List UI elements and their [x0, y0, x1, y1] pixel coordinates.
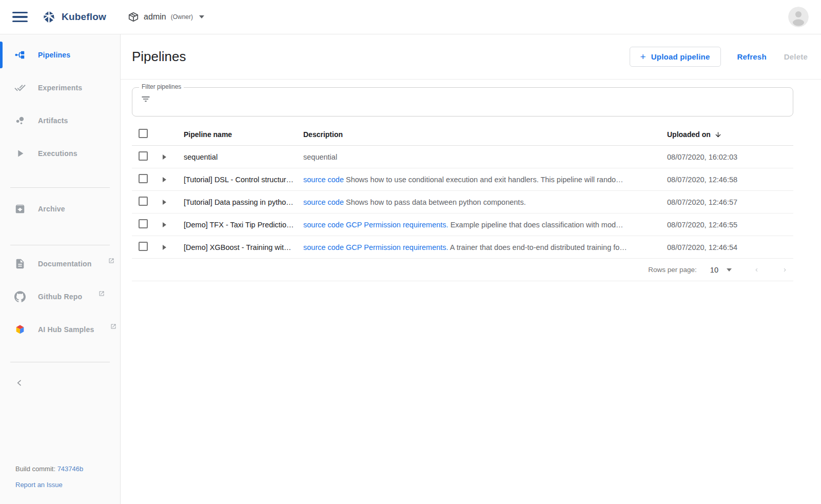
pipelines-icon — [14, 49, 26, 61]
table-row[interactable]: [Tutorial] Data passing in pytho… source… — [132, 191, 793, 214]
divider — [10, 362, 110, 362]
next-page-button[interactable] — [781, 265, 788, 275]
expand-row-icon[interactable] — [163, 200, 166, 205]
table-header: Pipeline name Description Uploaded on — [132, 123, 793, 146]
pipelines-table: Pipeline name Description Uploaded on — [132, 123, 793, 281]
report-issue-link[interactable]: Report an Issue — [15, 481, 63, 489]
pipeline-name-link[interactable]: [Demo] TFX - Taxi Tip Predictio… — [177, 221, 303, 229]
description-link[interactable]: source code — [303, 198, 344, 206]
chevron-down-icon — [727, 268, 732, 272]
upload-pipeline-label: Upload pipeline — [651, 52, 710, 61]
content-area: Filter pipelines Pipeline name Descripti… — [121, 80, 821, 281]
description-text: Example pipeline that does classificatio… — [448, 221, 623, 229]
sidebar-footer: Build commit: 743746b Report an Issue — [0, 465, 120, 504]
main-content: Pipelines + Upload pipeline Refresh Dele… — [121, 34, 821, 504]
uploaded-on-value: 08/07/2020, 12:46:58 — [667, 176, 793, 184]
expand-row-icon[interactable] — [163, 245, 166, 250]
sidebar-item-label: Experiments — [38, 84, 82, 92]
uploaded-on-label: Uploaded on — [667, 130, 711, 139]
description-text: Shows how to pass data between python co… — [344, 198, 526, 206]
row-checkbox[interactable] — [139, 242, 148, 251]
uploaded-on-value: 08/07/2020, 16:02:03 — [667, 153, 793, 161]
brand-name: Kubeflow — [62, 11, 106, 23]
archive-icon — [14, 203, 26, 215]
sidebar-item-label: AI Hub Samples — [38, 325, 94, 334]
table-row[interactable]: [Demo] TFX - Taxi Tip Predictio… source … — [132, 214, 793, 236]
row-checkbox[interactable] — [139, 151, 148, 161]
pipeline-description: source code GCP Permission requirements.… — [303, 221, 667, 229]
page-toolbar: Pipelines + Upload pipeline Refresh Dele… — [121, 34, 821, 80]
column-header-pipeline-name[interactable]: Pipeline name — [177, 130, 303, 139]
previous-page-button[interactable] — [753, 265, 760, 275]
description-link[interactable]: source code — [303, 243, 344, 251]
github-icon — [14, 291, 26, 302]
uploaded-on-value: 08/07/2020, 12:46:54 — [667, 243, 793, 251]
column-header-description[interactable]: Description — [303, 130, 667, 139]
avatar[interactable] — [788, 7, 809, 27]
rows-per-page-value: 10 — [710, 266, 718, 274]
row-checkbox[interactable] — [139, 197, 148, 206]
pipeline-name-link[interactable]: sequential — [177, 153, 303, 161]
description-link[interactable]: source code — [303, 176, 344, 184]
sidebar-item-executions[interactable]: Executions — [0, 141, 120, 166]
chevron-left-icon — [15, 379, 24, 387]
sidebar-item-pipelines[interactable]: Pipelines — [0, 43, 120, 67]
description-link[interactable]: source code — [303, 221, 344, 229]
sidebar-item-github-repo[interactable]: Github Repo — [0, 284, 120, 309]
sidebar-item-documentation[interactable]: Documentation — [0, 251, 120, 276]
filter-input[interactable]: Filter pipelines — [132, 87, 793, 117]
build-commit-link[interactable]: 743746b — [57, 465, 84, 473]
kubeflow-brand[interactable]: Kubeflow — [42, 10, 106, 24]
pipeline-description: sequential — [303, 153, 667, 161]
table-row[interactable]: sequential sequential 08/07/2020, 16:02:… — [132, 146, 793, 168]
pipeline-name-link[interactable]: [Tutorial] Data passing in pytho… — [177, 198, 303, 206]
description-text: sequential — [303, 153, 337, 161]
filter-label: Filter pipelines — [139, 83, 184, 90]
upload-pipeline-button[interactable]: + Upload pipeline — [630, 47, 721, 67]
description-text: A trainer that does end-to-end distribut… — [448, 243, 627, 251]
experiments-icon — [14, 82, 26, 93]
sort-descending-icon[interactable] — [714, 131, 722, 139]
external-link-icon — [110, 323, 116, 331]
sidebar-item-archive[interactable]: Archive — [0, 197, 120, 221]
kubeflow-logo-icon — [42, 10, 56, 24]
sidebar-item-ai-hub-samples[interactable]: AI Hub Samples — [0, 317, 120, 342]
row-checkbox[interactable] — [139, 174, 148, 183]
description-link[interactable]: GCP Permission requirements. — [346, 221, 448, 229]
pipeline-description: source code GCP Permission requirements.… — [303, 243, 667, 251]
table-row[interactable]: [Tutorial] DSL - Control structur… sourc… — [132, 168, 793, 191]
uploaded-on-value: 08/07/2020, 12:46:55 — [667, 221, 793, 229]
column-header-uploaded-on[interactable]: Uploaded on — [667, 130, 793, 139]
artifacts-icon — [14, 115, 26, 126]
pipeline-name-link[interactable]: [Tutorial] DSL - Control structur… — [177, 176, 303, 184]
expand-row-icon[interactable] — [163, 222, 166, 227]
top-app-bar: Kubeflow admin (Owner) — [0, 0, 821, 34]
pipeline-description: source code Shows how to pass data betwe… — [303, 198, 667, 206]
namespace-role: (Owner) — [171, 13, 193, 21]
menu-icon[interactable] — [12, 10, 28, 25]
rows-per-page-label: Rows per page: — [648, 266, 697, 274]
row-checkbox[interactable] — [139, 219, 148, 228]
description-text: Shows how to use conditional execution a… — [344, 176, 623, 184]
pipeline-name-link[interactable]: [Demo] XGBoost - Training wit… — [177, 243, 303, 251]
expand-row-icon[interactable] — [163, 177, 166, 182]
pipeline-description: source code Shows how to use conditional… — [303, 176, 667, 184]
description-link[interactable]: GCP Permission requirements. — [346, 243, 448, 251]
build-commit-label: Build commit: — [15, 465, 57, 473]
expand-row-icon[interactable] — [163, 154, 166, 160]
sidebar-item-artifacts[interactable]: Artifacts — [0, 108, 120, 133]
sidebar: Pipelines Experiments Artifacts — [0, 34, 121, 504]
collapse-sidebar-button[interactable] — [0, 371, 120, 395]
sidebar-item-experiments[interactable]: Experiments — [0, 75, 120, 100]
sidebar-item-label: Artifacts — [38, 117, 68, 125]
select-all-checkbox[interactable] — [139, 129, 148, 138]
refresh-button[interactable]: Refresh — [736, 49, 768, 64]
toolbar-actions: + Upload pipeline Refresh Delete — [630, 47, 809, 67]
namespace-selector[interactable]: admin (Owner) — [128, 11, 204, 23]
rows-per-page-select[interactable]: 10 — [710, 266, 732, 274]
sidebar-item-label: Executions — [38, 149, 77, 158]
chevron-down-icon — [199, 15, 204, 18]
build-commit: Build commit: 743746b — [15, 465, 120, 473]
table-row[interactable]: [Demo] XGBoost - Training wit… source co… — [132, 236, 793, 259]
delete-button[interactable]: Delete — [783, 49, 809, 64]
